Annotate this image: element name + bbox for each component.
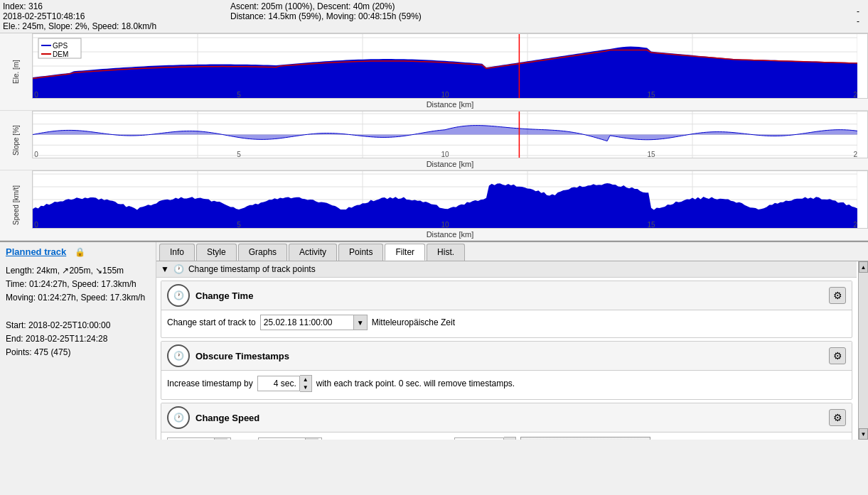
change-time-row: Change start of track to ▼ Mitteleuropäi…	[167, 315, 846, 330]
content-area: ▼ 🕐 Change timestamp of track points 🕐 C…	[156, 261, 868, 440]
obscure-gear[interactable]: ⚙	[829, 347, 846, 364]
change-time-title: Change Time	[195, 290, 253, 301]
obscure-up[interactable]: ▲	[300, 376, 311, 384]
scroll-down-btn[interactable]: ▼	[859, 428, 868, 440]
tab-hist[interactable]: Hist.	[427, 244, 465, 261]
date-dropdown-arrow[interactable]: ▼	[353, 315, 367, 330]
scrollbar[interactable]: ▲ ▼	[858, 261, 868, 440]
change-speed-body: ▼ Type ▼ Plain Level: Speed at zero Slop…	[161, 433, 852, 440]
obscure-label2: with each track point. 0 sec. will remov…	[316, 379, 515, 388]
obscure-timestamps-section: 🕐 Obscure Timestamps ⚙ Increase timestam…	[161, 341, 852, 400]
collapse-arrow[interactable]: ▼	[161, 264, 169, 274]
obscure-spinner-btns: ▲ ▼	[300, 375, 312, 392]
obscure-timestamps-header: 🕐 Obscure Timestamps ⚙	[161, 342, 852, 371]
distance-display: Distance: 14.5km (59%), Moving: 00:48:15…	[230, 11, 837, 21]
set-min-max-btn[interactable]: Set min/max slopes from Track	[520, 437, 650, 440]
filter-header: ▼ 🕐 Change timestamp of track points	[156, 261, 857, 278]
speed-activity-row: ▼ Type ▼ Plain Level: Speed at zero Slop…	[167, 437, 846, 440]
obscure-body: Increase timestamp by ▲ ▼ with each trac…	[161, 371, 852, 399]
scroll-up-btn[interactable]: ▲	[859, 261, 868, 273]
date-input-group: ▼	[260, 315, 368, 330]
change-speed-title: Change Speed	[195, 413, 259, 423]
obscure-title: Obscure Timestamps	[195, 351, 289, 361]
tab-points[interactable]: Points	[338, 244, 383, 261]
track-start: Start: 2018-02-25T10:00:00	[6, 319, 150, 332]
speed-chart	[32, 170, 868, 229]
date-input[interactable]	[261, 315, 353, 330]
activity-dropdown: ▼	[167, 437, 231, 440]
track-stats: Length: 24km, ↗205m, ↘155m Time: 01:24:2…	[6, 264, 150, 359]
change-time-gear[interactable]: ⚙	[829, 287, 846, 304]
change-speed-header: 🕐 Change Speed ⚙	[161, 403, 852, 433]
lock-icon: 🔒	[75, 247, 86, 259]
tab-graphs[interactable]: Graphs	[238, 244, 287, 261]
track-title[interactable]: Planned track	[6, 246, 66, 257]
charts-area: Ele. [m] Distance [km] Slope [%] Distanc…	[0, 33, 868, 241]
speed-ylabel: Speed [km/t]	[0, 170, 32, 240]
activity-input[interactable]	[168, 438, 214, 440]
tab-bar: Info Style Graphs Activity Points Filter…	[156, 242, 868, 261]
track-moving: Moving: 01:24:27h, Speed: 17.3km/h	[6, 291, 150, 305]
ele-display: Ele.: 245m, Slope: 2%, Speed: 18.0km/h	[3, 21, 216, 31]
filter-header-text: Change timestamp of track points	[188, 264, 316, 274]
type-dropdown: ▼	[258, 437, 322, 440]
tab-filter[interactable]: Filter	[385, 244, 425, 261]
obscure-icon: 🕐	[167, 344, 190, 367]
tab-activity[interactable]: Activity	[289, 244, 337, 261]
elevation-xlabel: Distance [km]	[32, 99, 868, 110]
activity-arrow[interactable]: ▼	[214, 438, 227, 440]
track-end: End: 2018-02-25T11:24:28	[6, 332, 150, 346]
track-time: Time: 01:24:27h, Speed: 17.3km/h	[6, 278, 150, 291]
elevation-ylabel: Ele. [m]	[0, 33, 32, 110]
change-speed-section: 🕐 Change Speed ⚙ ▼ Type ▼	[161, 403, 852, 440]
top-info-right: - -	[851, 1, 865, 31]
clock-icon-header: 🕐	[173, 264, 184, 274]
track-points: Points: 475 (475)	[6, 346, 150, 359]
scroll-track[interactable]	[859, 273, 868, 428]
slope-xlabel: Distance [km]	[32, 158, 868, 170]
type-input[interactable]	[259, 438, 305, 440]
plain-level-btns: ▲ ▼	[504, 437, 516, 440]
track-length: Length: 24km, ↗205m, ↘155m	[6, 264, 150, 278]
top-info-bar: Index: 316 2018-02-25T10:48:16 Ele.: 245…	[0, 0, 868, 33]
timezone-label: Mitteleuropäische Zeit	[372, 317, 455, 327]
obscure-label1: Increase timestamp by	[167, 379, 253, 388]
tab-info[interactable]: Info	[159, 244, 195, 261]
plain-level-spinner: ▲ ▼	[454, 437, 516, 440]
slope-ylabel: Slope [%]	[0, 111, 32, 170]
change-time-body: Change start of track to ▼ Mitteleuropäi…	[161, 310, 852, 337]
plain-level-up[interactable]: ▲	[504, 437, 515, 440]
speed-chart-row: Speed [km/t] Distance [km]	[0, 170, 868, 241]
datetime-display: 2018-02-25T10:48:16	[3, 11, 216, 21]
speed-xlabel: Distance [km]	[32, 229, 868, 240]
obscure-spinner: ▲ ▼	[257, 375, 312, 392]
change-time-section: 🕐 Change Time ⚙ Change start of track to…	[161, 281, 852, 338]
slope-chart	[32, 111, 868, 158]
obscure-value-input[interactable]	[257, 376, 300, 391]
change-speed-icon: 🕐	[167, 406, 190, 429]
top-info-center: Ascent: 205m (100%), Descent: 40m (20%) …	[230, 1, 837, 31]
elevation-chart-row: Ele. [m] Distance [km]	[0, 33, 868, 111]
change-speed-gear[interactable]: ⚙	[829, 409, 846, 426]
plain-level-input[interactable]	[454, 437, 504, 440]
dash2: -	[857, 16, 859, 26]
type-arrow[interactable]: ▼	[305, 438, 318, 440]
slope-chart-row: Slope [%] Distance [km]	[0, 111, 868, 170]
index-display: Index: 316	[3, 1, 216, 11]
dash1: -	[857, 6, 859, 16]
bottom-panel: Planned track 🔒 Length: 24km, ↗205m, ↘15…	[0, 241, 868, 440]
obscure-down[interactable]: ▼	[300, 384, 311, 391]
top-info-left: Index: 316 2018-02-25T10:48:16 Ele.: 245…	[3, 1, 216, 31]
ascent-display: Ascent: 205m (100%), Descent: 40m (20%)	[230, 1, 837, 11]
change-time-header: 🕐 Change Time ⚙	[161, 281, 852, 310]
tab-style[interactable]: Style	[196, 244, 237, 261]
left-panel: Planned track 🔒 Length: 24km, ↗205m, ↘15…	[0, 242, 156, 440]
change-time-icon: 🕐	[167, 284, 190, 307]
change-start-label: Change start of track to	[167, 317, 256, 327]
obscure-row: Increase timestamp by ▲ ▼ with each trac…	[167, 375, 846, 392]
right-panel: Info Style Graphs Activity Points Filter…	[156, 242, 868, 440]
elevation-chart	[32, 33, 868, 99]
